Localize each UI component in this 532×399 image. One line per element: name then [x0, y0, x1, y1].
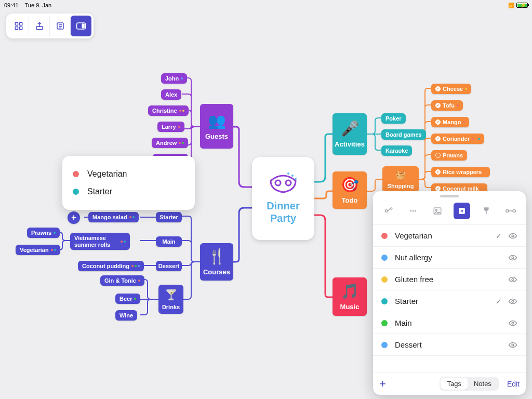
- image-tab-icon[interactable]: [429, 203, 446, 219]
- branch-music[interactable]: 🎵 Music: [332, 277, 367, 316]
- shop-tofu[interactable]: ✓Tofu: [431, 100, 463, 111]
- svg-point-13: [291, 175, 294, 177]
- activity-poker[interactable]: Poker: [381, 113, 406, 124]
- course-dessert[interactable]: Dessert: [156, 261, 182, 271]
- eye-icon[interactable]: [508, 298, 517, 305]
- svg-point-30: [512, 278, 514, 281]
- svg-rect-0: [15, 22, 18, 25]
- tag-item-starter[interactable]: Starter ✓: [373, 290, 526, 312]
- course-starter[interactable]: Starter: [156, 212, 182, 222]
- drink-wine[interactable]: Wine: [115, 310, 137, 321]
- activity-karaoke[interactable]: Karaoke: [381, 145, 412, 156]
- cutlery-icon: 🍴: [208, 248, 226, 265]
- check-icon: ✓: [496, 232, 502, 240]
- dish-summer-rolls[interactable]: Vietnamese summer rolls: [70, 233, 130, 250]
- svg-text:#: #: [460, 208, 463, 214]
- shop-prawns[interactable]: Prawns: [431, 150, 467, 161]
- svg-point-33: [512, 344, 514, 346]
- wifi-icon: [508, 2, 514, 8]
- activity-board-games[interactable]: Board games: [381, 129, 426, 140]
- guest-john[interactable]: John: [161, 73, 187, 84]
- connection-tab-icon[interactable]: [380, 203, 397, 219]
- cocktail-icon: 🍸: [165, 288, 178, 301]
- eye-icon[interactable]: [508, 254, 517, 261]
- style-tab-icon[interactable]: [478, 203, 495, 219]
- svg-point-20: [415, 210, 416, 212]
- svg-rect-3: [19, 27, 22, 30]
- toggle-inspector-button[interactable]: [71, 16, 91, 36]
- add-tag-button[interactable]: +: [379, 377, 394, 391]
- svg-rect-1: [19, 22, 22, 25]
- dish-mango-salad[interactable]: Mango salad: [88, 212, 139, 222]
- music-note-icon: 🎵: [341, 283, 359, 300]
- root-node-dinner-party[interactable]: Dinner Party: [252, 157, 314, 240]
- tag-item-nut-allergy[interactable]: Nut allergy: [373, 247, 526, 269]
- segment-notes[interactable]: Notes: [468, 378, 498, 390]
- branch-guests-label: Guests: [205, 132, 228, 140]
- branch-guests[interactable]: 👥 Guests: [200, 104, 233, 149]
- eye-icon[interactable]: [508, 341, 517, 349]
- tag-item-dessert[interactable]: Dessert: [373, 334, 526, 356]
- tag-tab-icon[interactable]: #: [454, 203, 470, 219]
- tag-item-gluten-free[interactable]: Gluten free: [373, 269, 526, 290]
- svg-point-11: [275, 180, 281, 185]
- svg-point-17: [390, 208, 392, 209]
- edit-button[interactable]: Edit: [507, 380, 520, 388]
- root-title-line1: Dinner: [267, 200, 299, 212]
- relation-tab-icon[interactable]: [502, 203, 519, 219]
- drink-gin-tonic[interactable]: Gin & Tonic: [100, 275, 144, 286]
- svg-point-26: [513, 210, 515, 212]
- branch-activities[interactable]: 🎤 Activities: [332, 113, 367, 155]
- svg-point-16: [385, 210, 388, 212]
- guest-larry[interactable]: Larry: [157, 122, 184, 132]
- grid-view-button[interactable]: [8, 16, 29, 36]
- microphone-icon: 🎤: [341, 120, 359, 137]
- svg-point-25: [506, 210, 508, 212]
- svg-point-14: [287, 172, 289, 175]
- share-button[interactable]: [29, 16, 50, 36]
- shop-coriander[interactable]: ✓Coriander: [431, 134, 484, 144]
- svg-point-31: [512, 300, 514, 302]
- svg-rect-2: [15, 27, 18, 30]
- svg-rect-10: [82, 24, 85, 29]
- outline-button[interactable]: [50, 16, 71, 36]
- eye-icon[interactable]: [508, 276, 517, 283]
- battery-icon: ⚡: [516, 3, 528, 8]
- dish-vegetarian[interactable]: Vegetarian: [16, 245, 60, 255]
- guest-andrew[interactable]: Andrew: [152, 138, 188, 148]
- course-main[interactable]: Main: [156, 236, 182, 247]
- tag-item-vegetarian[interactable]: Vegetarian ✓: [373, 225, 526, 247]
- toolbar: [6, 14, 94, 38]
- target-icon: 🎯: [341, 176, 359, 193]
- more-tab-icon[interactable]: [405, 203, 421, 219]
- segment-tags[interactable]: Tags: [441, 378, 467, 390]
- popover-row-vegetarian[interactable]: Vegetarian: [73, 165, 184, 183]
- eye-icon[interactable]: [508, 232, 517, 240]
- branch-todo[interactable]: 🎯 Todo: [332, 171, 367, 209]
- course-drinks[interactable]: 🍸 Drinks: [158, 285, 183, 314]
- status-date: Tue 9. Jan: [25, 2, 52, 8]
- mask-icon: [269, 172, 298, 193]
- people-icon: 👥: [208, 112, 226, 129]
- shop-rice-wrappers[interactable]: ✓Rice wrappers: [431, 167, 490, 177]
- drink-beer[interactable]: Beer: [115, 294, 140, 304]
- shop-mango[interactable]: ✓Mango: [431, 117, 469, 127]
- svg-point-19: [412, 210, 414, 212]
- guest-christine[interactable]: Christine: [148, 105, 189, 116]
- dish-prawns[interactable]: Prawns: [27, 228, 60, 238]
- dish-coconut-pudding[interactable]: Coconut pudding: [78, 261, 144, 271]
- tag-list: Vegetarian ✓ Nut allergy Gluten free Sta…: [373, 225, 526, 372]
- tag-popover: Vegetarian Starter: [62, 156, 195, 210]
- guest-alex[interactable]: Alex: [161, 89, 181, 100]
- add-child-button[interactable]: +: [68, 211, 80, 224]
- popover-row-starter[interactable]: Starter: [73, 183, 184, 201]
- todo-shopping[interactable]: 🧺 Shopping: [382, 166, 419, 192]
- drag-handle[interactable]: [440, 195, 459, 197]
- inspector-tabrow: #: [373, 200, 526, 225]
- status-time: 09:41: [4, 2, 19, 8]
- eye-icon[interactable]: [508, 320, 517, 327]
- branch-courses[interactable]: 🍴 Courses: [200, 243, 233, 281]
- shop-cheese[interactable]: ✓Cheese: [431, 84, 471, 94]
- tags-notes-segment[interactable]: Tags Notes: [440, 377, 498, 391]
- tag-item-main[interactable]: Main: [373, 312, 526, 334]
